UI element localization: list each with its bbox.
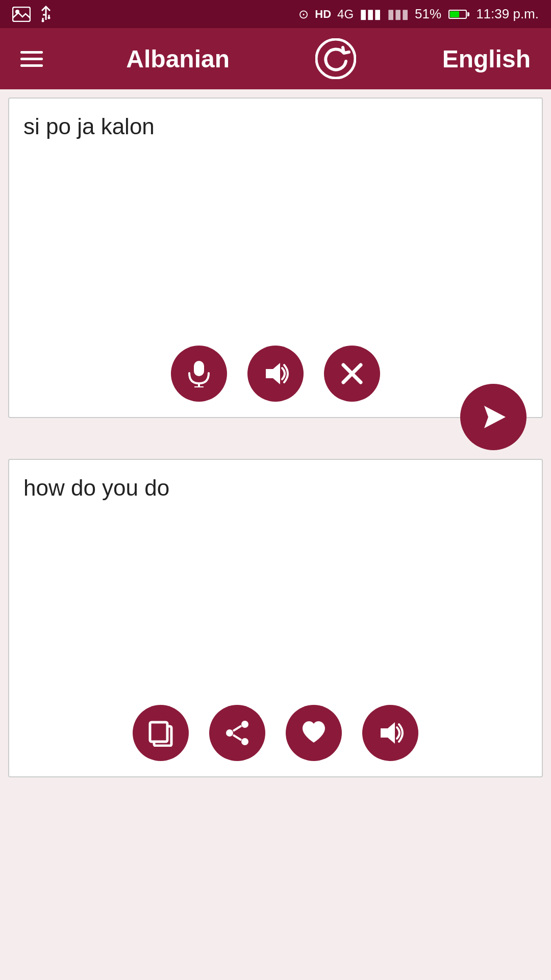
copy-icon — [147, 719, 174, 747]
favorite-button[interactable] — [286, 705, 342, 761]
copy-button[interactable] — [133, 705, 189, 761]
clear-button[interactable] — [324, 346, 380, 402]
input-panel: si po ja kalon — [8, 97, 543, 418]
source-text-input[interactable]: si po ja kalon — [9, 99, 542, 333]
svg-rect-17 — [150, 722, 167, 742]
swap-icon — [315, 38, 356, 79]
svg-point-20 — [241, 738, 248, 745]
image-icon — [12, 7, 31, 22]
svg-marker-23 — [381, 722, 395, 744]
network-badge: 4G — [337, 7, 354, 21]
output-action-bar — [9, 695, 542, 776]
svg-rect-9 — [194, 361, 204, 376]
speaker-icon — [262, 360, 289, 387]
signal-bars-2: ▮▮▮ — [387, 6, 409, 22]
send-icon — [477, 401, 510, 433]
translate-button-wrapper — [460, 384, 527, 450]
translated-text: how do you do — [9, 460, 542, 695]
svg-point-6 — [42, 19, 44, 22]
svg-marker-15 — [484, 406, 506, 428]
menu-button[interactable] — [20, 51, 43, 67]
toolbar: Albanian English — [0, 28, 551, 89]
speak-input-button[interactable] — [247, 346, 304, 402]
svg-line-22 — [233, 735, 241, 740]
source-language-label[interactable]: Albanian — [126, 45, 230, 73]
battery-icon — [448, 10, 467, 19]
share-icon — [223, 719, 251, 747]
speak-output-button[interactable] — [362, 705, 418, 761]
share-button[interactable] — [209, 705, 265, 761]
microphone-icon — [185, 360, 213, 387]
target-language-label[interactable]: English — [442, 45, 531, 73]
time-display: 11:39 p.m. — [476, 6, 539, 22]
microphone-button[interactable] — [171, 346, 227, 402]
hd-badge: HD — [315, 8, 331, 21]
svg-point-18 — [241, 721, 248, 728]
svg-rect-0 — [13, 7, 30, 21]
svg-point-19 — [226, 729, 233, 737]
signal-indicator: ⊙ — [298, 7, 309, 21]
output-panel: how do you do — [8, 459, 543, 777]
status-bar-right: ⊙ HD 4G ▮▮▮ ▮▮▮ 51% 11:39 p.m. — [298, 6, 539, 22]
status-bar-left — [12, 6, 53, 23]
translate-button[interactable] — [460, 384, 527, 450]
speaker-output-icon — [377, 719, 404, 747]
svg-point-8 — [316, 39, 355, 78]
main-content: si po ja kalon — [0, 89, 551, 980]
status-bar: ⊙ HD 4G ▮▮▮ ▮▮▮ 51% 11:39 p.m. — [0, 0, 551, 28]
svg-marker-12 — [266, 363, 280, 384]
bottom-area — [0, 786, 551, 980]
svg-line-21 — [233, 726, 241, 731]
svg-point-7 — [48, 16, 51, 19]
signal-bars: ▮▮▮ — [360, 6, 381, 22]
close-icon — [338, 360, 366, 387]
swap-languages-button[interactable] — [313, 36, 359, 82]
battery-percent: 51% — [415, 6, 441, 22]
usb-icon — [39, 6, 53, 23]
heart-icon — [300, 719, 328, 747]
